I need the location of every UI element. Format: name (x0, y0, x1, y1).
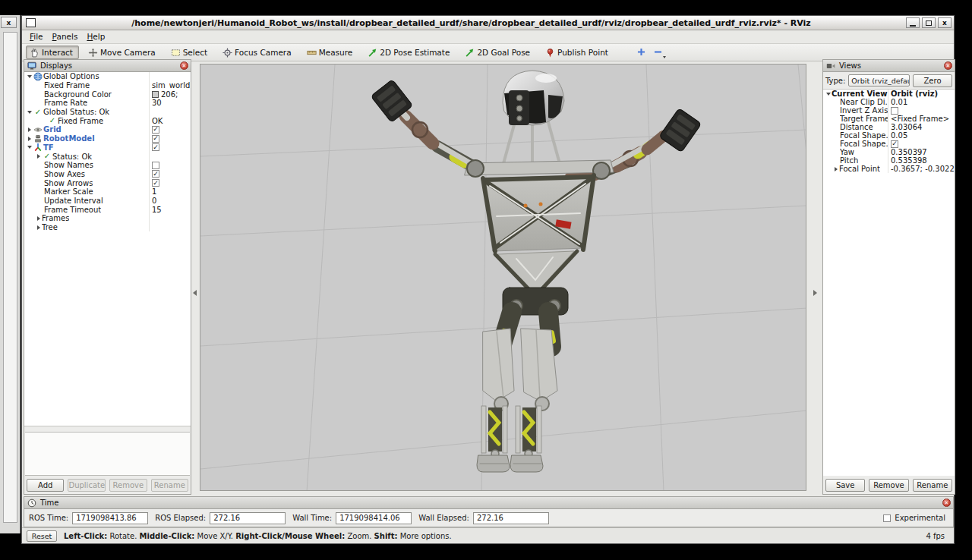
expand-arrow-icon[interactable] (35, 216, 42, 221)
tool-select-button[interactable]: Select (167, 46, 213, 59)
tree-row-fixed-frame[interactable]: ✓Fixed FrameOK (24, 116, 191, 125)
displays-panel-header[interactable]: Displays ✕ (24, 60, 191, 72)
tree-row-target-frame[interactable]: Target Frame<Fixed Frame> (823, 115, 955, 123)
property-value-cell[interactable]: 30 (150, 99, 191, 107)
background-window-close-button[interactable]: x (1, 17, 17, 28)
titlebar[interactable]: /home/newtonjeri/Humanoid_Robot_ws/insta… (22, 16, 954, 30)
tree-row-robotmodel[interactable]: RobotModel✓ (24, 134, 191, 143)
tree-row-frame-timeout[interactable]: Frame Timeout15 (24, 205, 191, 214)
left-splitter-collapse-handle[interactable] (191, 283, 198, 303)
displays-splitter[interactable] (24, 426, 191, 432)
property-value-cell[interactable]: ✓ (150, 143, 191, 151)
views-rename-button[interactable]: Rename (913, 479, 952, 492)
property-value-cell[interactable]: 0.535398 (888, 156, 955, 165)
checkbox[interactable] (891, 107, 898, 115)
tree-row-focal-shape-[interactable]: Focal Shape...✓ (823, 140, 955, 148)
tree-row-frame-rate[interactable]: Frame Rate30 (24, 99, 191, 108)
property-value-cell[interactable]: ✓ (150, 135, 191, 143)
property-value-cell[interactable]: 206; (150, 90, 191, 99)
view-type-dropdown[interactable]: Orbit (rviz_default_ (848, 74, 910, 87)
views-save-button[interactable]: Save (825, 479, 865, 492)
tree-row-fixed-frame[interactable]: Fixed Framesim_world (24, 81, 191, 90)
tree-row-grid[interactable]: Grid✓ (24, 125, 191, 134)
checkbox[interactable]: ✓ (152, 126, 159, 134)
tree-row-focal-point[interactable]: Focal Point-0.3657; -0.30225; ... (823, 165, 955, 173)
property-value-cell[interactable]: <Fixed Frame> (888, 115, 955, 123)
property-value-cell[interactable]: 0.05 (888, 131, 955, 140)
views-remove-button[interactable]: Remove (869, 479, 908, 492)
menu-panels[interactable]: Panels (49, 31, 84, 42)
property-value-cell[interactable]: 3.03064 (888, 123, 955, 131)
checkbox[interactable]: ✓ (152, 179, 159, 187)
tree-row-yaw[interactable]: Yaw0.350397 (823, 148, 955, 156)
displays-panel-close-icon[interactable]: ✕ (180, 61, 188, 70)
property-value-cell[interactable]: OK (150, 117, 191, 125)
tree-row-show-arrows[interactable]: Show Arrows✓ (24, 178, 191, 187)
minimize-button[interactable] (906, 17, 920, 28)
close-button[interactable]: x (938, 17, 951, 28)
tool-pose-estimate-button[interactable]: 2D Pose Estimate (364, 46, 456, 59)
property-value-cell[interactable]: Orbit (rviz) (888, 90, 955, 98)
tree-row-pitch[interactable]: Pitch0.535398 (823, 156, 955, 165)
tree-row-show-names[interactable]: Show Names (24, 161, 191, 170)
tree-row-show-axes[interactable]: Show Axes✓ (24, 170, 191, 179)
time-panel-header[interactable]: Time ✕ (24, 497, 953, 509)
views-panel-header[interactable]: Views ✕ (823, 60, 955, 72)
tool-focus-camera-button[interactable]: Focus Camera (219, 46, 298, 59)
property-value-cell[interactable]: sim_world (150, 81, 191, 90)
expand-arrow-icon[interactable] (26, 146, 33, 149)
tree-row-current-view[interactable]: Current ViewOrbit (rviz) (823, 90, 955, 98)
tree-row-global-status-ok[interactable]: ✓Global Status: Ok (24, 108, 191, 117)
expand-arrow-icon[interactable] (825, 93, 832, 96)
expand-arrow-icon[interactable] (35, 154, 42, 159)
expand-arrow-icon[interactable] (26, 111, 33, 114)
property-value-cell[interactable]: 15 (150, 206, 191, 214)
property-value-cell[interactable] (150, 162, 191, 169)
property-value-cell[interactable]: 1 (150, 187, 191, 196)
property-value-cell[interactable]: ✓ (150, 126, 191, 134)
reset-button[interactable]: Reset (27, 530, 57, 542)
property-value-cell[interactable] (888, 107, 955, 115)
tree-row-update-interval[interactable]: Update Interval0 (24, 197, 191, 206)
maximize-button[interactable] (922, 17, 936, 28)
expand-arrow-icon[interactable] (832, 167, 839, 171)
property-value-cell[interactable]: 0.350397 (888, 148, 955, 156)
tree-row-focal-shape-[interactable]: Focal Shape...0.05 (823, 131, 955, 140)
expand-arrow-icon[interactable] (26, 127, 33, 132)
tool-measure-button[interactable]: Measure (303, 46, 359, 59)
zero-button[interactable]: Zero (913, 74, 952, 87)
views-panel-close-icon[interactable]: ✕ (944, 61, 952, 70)
experimental-checkbox[interactable] (883, 514, 891, 522)
checkbox[interactable]: ✓ (152, 170, 159, 178)
time-field-input[interactable]: 1719098413.86 (72, 512, 148, 524)
tree-row-near-clip-di-[interactable]: Near Clip Di...0.01 (823, 98, 955, 106)
tree-row-tf[interactable]: TF✓ (24, 143, 191, 153)
expand-arrow-icon[interactable] (26, 137, 33, 141)
property-value-cell[interactable]: 0 (150, 197, 191, 205)
tool-move-camera-button[interactable]: Move Camera (84, 46, 162, 59)
property-value-cell[interactable]: ✓ (150, 170, 191, 178)
tree-row-status-ok[interactable]: ✓Status: Ok (24, 152, 191, 161)
time-field-input[interactable]: 272.16 (473, 512, 549, 524)
tree-row-frames[interactable]: Frames (24, 214, 191, 223)
tool-goal-pose-button[interactable]: 2D Goal Pose (461, 46, 536, 59)
tree-row-tree[interactable]: Tree (24, 223, 191, 232)
right-splitter-collapse-handle[interactable] (812, 283, 819, 303)
remove-tool-button[interactable] (650, 46, 667, 59)
tree-row-marker-scale[interactable]: Marker Scale1 (24, 187, 191, 197)
property-value-cell[interactable]: ✓ (150, 179, 191, 187)
add-tool-button[interactable] (633, 46, 650, 59)
tree-row-distance[interactable]: Distance3.03064 (823, 123, 955, 131)
time-field-input[interactable]: 1719098414.06 (336, 512, 412, 524)
checkbox[interactable]: ✓ (891, 140, 898, 148)
tree-row-invert-z-axis[interactable]: Invert Z Axis (823, 106, 955, 115)
displays-add-button[interactable]: Add (27, 479, 64, 492)
property-value-cell[interactable]: 0.01 (888, 98, 955, 106)
checkbox[interactable]: ✓ (152, 143, 159, 151)
expand-arrow-icon[interactable] (35, 225, 42, 230)
property-value-cell[interactable]: ✓ (888, 140, 955, 148)
time-field-input[interactable]: 272.16 (210, 512, 286, 524)
tool-publish-point-button[interactable]: Publish Point (541, 46, 614, 59)
checkbox[interactable]: ✓ (152, 135, 159, 143)
tree-row-background-color[interactable]: Background Color206; (24, 90, 191, 99)
